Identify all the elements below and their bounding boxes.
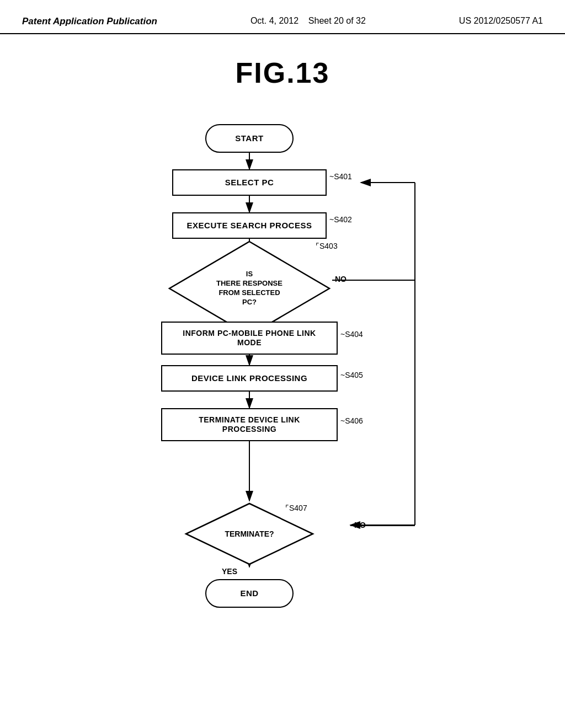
s406-label: TERMINATE DEVICE LINKPROCESSING: [199, 415, 300, 434]
patent-number: US 2012/0250577 A1: [459, 15, 543, 27]
s407-step: ⌜S407: [285, 504, 307, 512]
s402-step: ~S402: [329, 215, 352, 224]
figure-title: FIG.13: [236, 56, 330, 89]
main-content: FIG.13: [0, 34, 565, 690]
s404-label: INFORM PC-MOBILE PHONE LINKMODE: [183, 329, 316, 347]
s403-no-label: NO: [335, 275, 347, 283]
s402-node: EXECUTE SEARCH PROCESS: [172, 212, 327, 239]
start-label: START: [235, 133, 263, 143]
s406-step: ~S406: [340, 416, 363, 425]
publication-date: Oct. 4, 2012: [250, 16, 299, 25]
s404-node: INFORM PC-MOBILE PHONE LINKMODE: [161, 322, 338, 355]
end-node: END: [205, 579, 294, 608]
end-label: END: [240, 588, 258, 598]
header-date-sheet: Oct. 4, 2012 Sheet 20 of 32: [250, 15, 366, 27]
s403-step: ⌜S403: [316, 242, 338, 250]
s401-label: SELECT PC: [225, 178, 274, 188]
s401-step: ~S401: [329, 172, 352, 181]
s405-step: ~S405: [340, 371, 363, 379]
sheet-info: Sheet 20 of 32: [308, 16, 366, 25]
s401-node: SELECT PC: [172, 169, 327, 196]
s407-no-label: NO: [354, 521, 366, 529]
s405-node: DEVICE LINK PROCESSING: [161, 365, 338, 392]
s406-node: TERMINATE DEVICE LINKPROCESSING: [161, 408, 338, 441]
flowchart: START SELECT PC ~S401 EXECUTE SEARCH PRO…: [95, 111, 470, 690]
s407-yes-label: YES: [222, 567, 237, 576]
publication-label: Patent Application Publication: [22, 15, 157, 28]
s404-step: ~S404: [340, 330, 363, 339]
s402-label: EXECUTE SEARCH PROCESS: [187, 221, 312, 231]
s405-label: DEVICE LINK PROCESSING: [191, 373, 307, 383]
page-header: Patent Application Publication Oct. 4, 2…: [0, 0, 565, 34]
start-node: START: [205, 124, 294, 153]
